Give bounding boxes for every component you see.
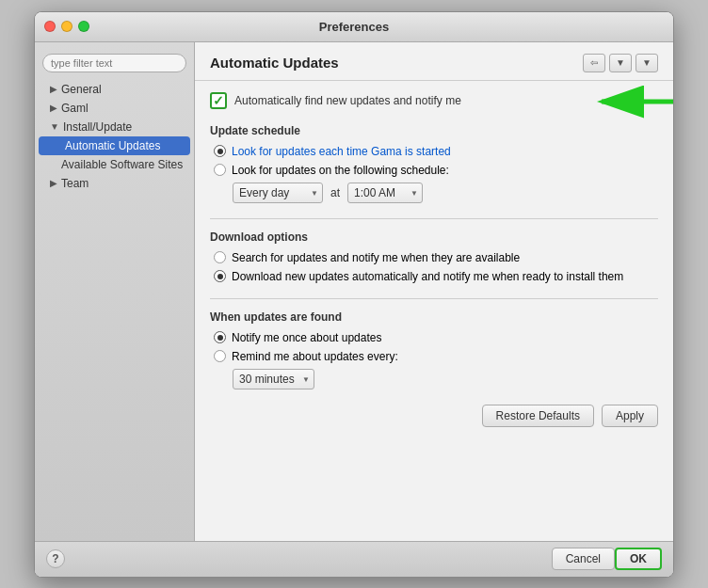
sidebar-item-available-software-sites[interactable]: Available Software Sites bbox=[35, 155, 194, 174]
panel-header: Automatic Updates ⇦ ▼ ▼ bbox=[195, 42, 673, 81]
time-select-wrapper: 1:00 AM 2:00 AM 12:00 PM bbox=[347, 183, 423, 203]
panel-title: Automatic Updates bbox=[210, 55, 339, 71]
close-button[interactable] bbox=[44, 21, 56, 32]
sidebar-item-automatic-updates[interactable]: Automatic Updates bbox=[39, 136, 190, 155]
divider-2 bbox=[210, 298, 658, 299]
arrow-icon: ▶ bbox=[50, 178, 57, 188]
radio-notify-once[interactable] bbox=[214, 331, 226, 343]
sidebar-item-gaml[interactable]: ▶ Gaml bbox=[35, 99, 194, 118]
sidebar-item-label: Automatic Updates bbox=[65, 139, 160, 152]
arrow-icon: ▶ bbox=[50, 84, 57, 94]
divider-1 bbox=[210, 218, 658, 219]
schedule-row: Every day Every week Every month at 1:00… bbox=[210, 183, 658, 203]
sidebar-item-install-update[interactable]: ▼ Install/Update bbox=[35, 118, 194, 136]
sidebar-item-team[interactable]: ▶ Team bbox=[35, 174, 194, 193]
nav-dropdown-button[interactable]: ▼ bbox=[609, 54, 632, 72]
sidebar-item-general[interactable]: ▶ General bbox=[35, 80, 194, 99]
time-select[interactable]: 1:00 AM 2:00 AM 12:00 PM bbox=[347, 183, 423, 203]
radio-row-schedule: Look for updates on the following schedu… bbox=[210, 164, 658, 177]
radio-row-notify-once: Notify me once about updates bbox=[210, 331, 658, 344]
bottom-bar: ? Cancel OK bbox=[35, 541, 673, 577]
cancel-button[interactable]: Cancel bbox=[552, 548, 615, 570]
maximize-button[interactable] bbox=[78, 21, 89, 32]
help-button[interactable]: ? bbox=[46, 549, 65, 568]
sidebar-item-label: Install/Update bbox=[63, 120, 132, 134]
at-label: at bbox=[330, 186, 340, 199]
download-options-section: Download options Search for updates and … bbox=[210, 230, 658, 283]
filter-input[interactable] bbox=[42, 54, 186, 72]
content-area: ▶ General ▶ Gaml ▼ Install/Update Automa… bbox=[35, 42, 673, 541]
sidebar-item-label: Available Software Sites bbox=[61, 158, 183, 171]
panel-body: ✓ Automatically find new updates and not… bbox=[195, 81, 673, 541]
interval-select-row: 30 minutes 1 hour 2 hours bbox=[210, 369, 658, 389]
radio-schedule-label: Look for updates on the following schedu… bbox=[232, 164, 449, 177]
when-updates-title: When updates are found bbox=[210, 310, 658, 324]
apply-button[interactable]: Apply bbox=[602, 405, 658, 427]
radio-row-search-notify: Search for updates and notify me when th… bbox=[210, 251, 658, 264]
arrow-icon: ▼ bbox=[50, 121, 59, 132]
restore-defaults-button[interactable]: Restore Defaults bbox=[482, 405, 594, 427]
radio-search-notify-label: Search for updates and notify me when th… bbox=[232, 251, 520, 264]
sidebar-item-label: Team bbox=[61, 177, 88, 190]
checkmark-icon: ✓ bbox=[213, 93, 224, 108]
interval-select[interactable]: 30 minutes 1 hour 2 hours bbox=[233, 369, 314, 389]
sidebar-item-label: Gaml bbox=[61, 102, 88, 115]
sidebar-item-label: General bbox=[61, 83, 102, 96]
preferences-window: Preferences ▶ General ▶ Gaml ▼ Install/U… bbox=[34, 11, 674, 578]
sidebar-search-container bbox=[42, 54, 186, 72]
radio-row-start-gama: Look for updates each time Gama is start… bbox=[210, 145, 658, 158]
forward-button[interactable]: ▼ bbox=[636, 54, 658, 72]
radio-remind-label: Remind me about updates every: bbox=[232, 350, 398, 363]
update-schedule-title: Update schedule bbox=[210, 124, 658, 137]
panel-header-icons: ⇦ ▼ ▼ bbox=[583, 54, 658, 72]
radio-remind[interactable] bbox=[214, 350, 226, 362]
radio-row-remind: Remind me about updates every: bbox=[210, 350, 658, 363]
arrow-icon: ▶ bbox=[50, 103, 57, 113]
green-arrow-annotation bbox=[592, 85, 673, 120]
radio-download-auto[interactable] bbox=[214, 270, 226, 282]
update-schedule-section: Update schedule Look for updates each ti… bbox=[210, 124, 658, 203]
when-updates-section: When updates are found Notify me once ab… bbox=[210, 310, 658, 389]
frequency-select[interactable]: Every day Every week Every month bbox=[233, 183, 323, 203]
download-options-title: Download options bbox=[210, 230, 658, 244]
radio-schedule[interactable] bbox=[214, 164, 226, 176]
main-panel: Automatic Updates ⇦ ▼ ▼ ✓ Automatically … bbox=[195, 42, 673, 541]
traffic-lights bbox=[44, 21, 89, 32]
window-title: Preferences bbox=[319, 20, 389, 34]
minimize-button[interactable] bbox=[61, 21, 72, 32]
radio-start-gama-label: Look for updates each time Gama is start… bbox=[232, 145, 451, 158]
auto-update-checkbox[interactable]: ✓ bbox=[210, 92, 227, 109]
back-button[interactable]: ⇦ bbox=[583, 54, 605, 72]
radio-notify-once-label: Notify me once about updates bbox=[232, 331, 381, 344]
radio-start-gama[interactable] bbox=[214, 145, 226, 157]
titlebar: Preferences bbox=[35, 12, 673, 42]
radio-row-download-auto: Download new updates automatically and n… bbox=[210, 270, 658, 283]
sidebar: ▶ General ▶ Gaml ▼ Install/Update Automa… bbox=[35, 42, 195, 541]
frequency-select-wrapper: Every day Every week Every month bbox=[233, 183, 323, 203]
auto-update-label: Automatically find new updates and notif… bbox=[234, 94, 461, 107]
interval-select-wrapper: 30 minutes 1 hour 2 hours bbox=[233, 369, 314, 389]
ok-button[interactable]: OK bbox=[615, 548, 662, 570]
radio-search-notify[interactable] bbox=[214, 251, 226, 263]
radio-download-auto-label: Download new updates automatically and n… bbox=[232, 270, 623, 283]
main-checkbox-row: ✓ Automatically find new updates and not… bbox=[210, 92, 658, 109]
